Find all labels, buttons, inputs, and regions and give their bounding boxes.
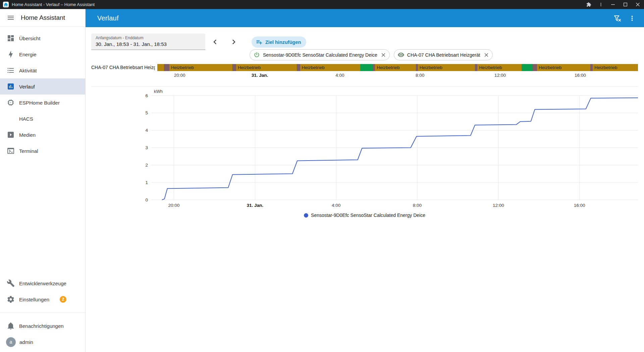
window-maximize-button[interactable]	[619, 0, 632, 9]
timeline-segment[interactable]	[475, 64, 477, 71]
sidebar-item-admin[interactable]: aadmin	[0, 334, 85, 350]
entity-chips: Sensostar-9D0Efc SensoStar Calculated En…	[250, 49, 493, 60]
sidebar-spacer	[0, 159, 85, 275]
console-icon	[7, 147, 15, 155]
previous-period-button[interactable]	[208, 35, 222, 49]
chart-legend: Sensostar-9D0Efc SensoStar Calculated En…	[91, 213, 638, 218]
timeline-segment[interactable]: Heizbetrieb	[593, 64, 638, 71]
timeline-segment[interactable]	[232, 64, 236, 71]
sidebar-item-benachrichtigungen[interactable]: Benachrichtigungen	[0, 318, 85, 334]
timeline-axis-label: 16:00	[575, 73, 586, 78]
bell-icon	[7, 322, 15, 330]
home-assistant-logo-icon	[3, 2, 9, 7]
sidebar-item-medien[interactable]: Medien	[0, 127, 85, 143]
window-minimize-button[interactable]	[607, 0, 619, 9]
svg-text:6: 6	[145, 93, 148, 98]
timeline-segment[interactable]: Heizbetrieb	[300, 64, 360, 71]
svg-text:3: 3	[145, 145, 148, 150]
sidebar-item-label: Verlauf	[19, 84, 35, 90]
sidebar-toggle-icon[interactable]	[7, 14, 15, 22]
timeline-axis-label: 31. Jan.	[252, 73, 268, 78]
entity-chip-label: CHA-07 CHA Betriebsart Heizgerät	[407, 52, 480, 58]
legend-item[interactable]: Sensostar-9D0Efc SensoStar Calculated En…	[304, 213, 425, 218]
chart-box-icon	[7, 82, 15, 91]
sidebar-footer: EntwicklerwerkzeugeEinstellungen2Benachr…	[0, 275, 85, 352]
timeline-segment[interactable]	[590, 64, 593, 71]
filter-remove-icon[interactable]	[610, 11, 625, 25]
avatar: a	[6, 337, 16, 347]
timeline-segment[interactable]	[360, 64, 373, 71]
timeline-bar: HeizbetriebHeizbetriebHeizbetriebHeizbet…	[157, 64, 638, 71]
svg-text:4:00: 4:00	[332, 203, 340, 208]
page-title: Verlauf	[97, 14, 119, 22]
timeline-segment[interactable]	[297, 64, 300, 71]
main-panel: Verlauf Anfangsdatum - Enddatum 30. Jan.…	[86, 9, 644, 352]
timeline-segment[interactable]	[532, 64, 537, 71]
timeline-segment[interactable]: Heizbetrieb	[418, 64, 475, 71]
window-title: Home Assistant - Verlauf – Home Assistan…	[12, 2, 95, 7]
section-divider	[91, 86, 638, 86]
power-icon	[253, 51, 260, 58]
sidebar-item-label: Entwicklerwerkzeuge	[19, 281, 66, 286]
browser-menu-icon[interactable]	[595, 0, 607, 9]
window-close-button[interactable]	[632, 0, 644, 9]
timeline-segment[interactable]: Heizbetrieb	[537, 64, 590, 71]
history-content: Anfangsdatum - Enddatum 30. Jan., 18:53 …	[86, 27, 644, 352]
date-range-picker[interactable]: Anfangsdatum - Enddatum 30. Jan., 18:53 …	[91, 34, 205, 50]
timeline-segment[interactable]	[157, 64, 164, 71]
sidebar-divider	[0, 312, 85, 313]
date-range-value: 30. Jan., 18:53 - 31. Jan., 18:53	[96, 41, 167, 47]
svg-text:12:00: 12:00	[493, 203, 504, 208]
chip-remove-icon[interactable]	[483, 52, 489, 58]
entity-chip[interactable]: Sensostar-9D0Efc SensoStar Calculated En…	[250, 49, 390, 60]
sidebar-item-hacs[interactable]: HACS	[0, 111, 85, 127]
history-chart[interactable]: 012345620:0031. Jan.4:008:0012:0016:00	[136, 93, 639, 211]
sidebar-item-aktivitaet[interactable]: Aktivität	[0, 62, 85, 78]
sidebar-item-einstellungen[interactable]: Einstellungen2	[0, 291, 85, 307]
cog-icon	[7, 295, 15, 303]
chip-icon	[7, 99, 15, 107]
timeline-axis-label: 20:00	[174, 73, 185, 78]
blank-icon	[7, 115, 15, 123]
settings-badge: 2	[60, 296, 66, 303]
timeline-segment[interactable]: Heizbetrieb	[375, 64, 416, 71]
add-target-label: Ziel hinzufügen	[265, 40, 301, 45]
svg-text:2: 2	[145, 163, 148, 168]
sidebar-item-energie[interactable]: Energie	[0, 46, 85, 62]
timeline-axis-label: 8:00	[416, 73, 424, 78]
page-header: Verlauf	[86, 9, 644, 27]
chip-remove-icon[interactable]	[380, 52, 386, 58]
timeline-axis-label: 4:00	[335, 73, 344, 78]
sidebar-item-label: Übersicht	[19, 36, 40, 41]
sidebar-item-terminal[interactable]: Terminal	[0, 143, 85, 159]
playlist-plus-icon	[256, 39, 263, 46]
timeline-segment[interactable]: Heizbetrieb	[236, 64, 297, 71]
sidebar-item-label: HACS	[19, 116, 33, 122]
timeline-segment[interactable]: Heizbetrieb	[169, 64, 232, 71]
sidebar-item-esphome-builder[interactable]: ESPHome Builder	[0, 95, 85, 111]
sidebar-item-label: Einstellungen	[19, 297, 49, 302]
next-period-button[interactable]	[227, 35, 240, 49]
timeline-segment[interactable]	[522, 64, 532, 71]
add-target-button[interactable]: Ziel hinzufügen	[252, 37, 306, 48]
timeline-segment[interactable]	[164, 64, 169, 71]
sidebar-item-label: Benachrichtigungen	[19, 323, 64, 329]
play-box-icon	[7, 131, 15, 139]
svg-text:5: 5	[145, 110, 148, 115]
entity-chip[interactable]: CHA-07 CHA Betriebsart Heizgerät	[394, 49, 493, 60]
format-list-icon	[7, 66, 15, 74]
extensions-icon[interactable]	[583, 0, 595, 9]
timeline-segment[interactable]: Heizbetrieb	[477, 64, 522, 71]
overflow-menu-icon[interactable]	[625, 11, 639, 25]
sidebar-item-label: ESPHome Builder	[19, 100, 60, 106]
timeline-axis: 20:0031. Jan.4:008:0012:0016:00	[157, 73, 638, 79]
svg-text:31. Jan.: 31. Jan.	[247, 203, 264, 208]
sidebar-item-verlauf[interactable]: Verlauf	[0, 78, 85, 95]
sidebar-item-entwicklerwerkzeuge[interactable]: Entwicklerwerkzeuge	[0, 275, 85, 291]
sidebar-item-uebersicht[interactable]: Übersicht	[0, 30, 85, 46]
timeline-axis-label: 12:00	[494, 73, 506, 78]
app-name: Home Assistant	[21, 14, 65, 21]
sidebar-menu: ÜbersichtEnergieAktivitätVerlaufESPHome …	[0, 27, 85, 159]
svg-text:4: 4	[145, 128, 148, 133]
legend-color-dot	[304, 213, 308, 218]
